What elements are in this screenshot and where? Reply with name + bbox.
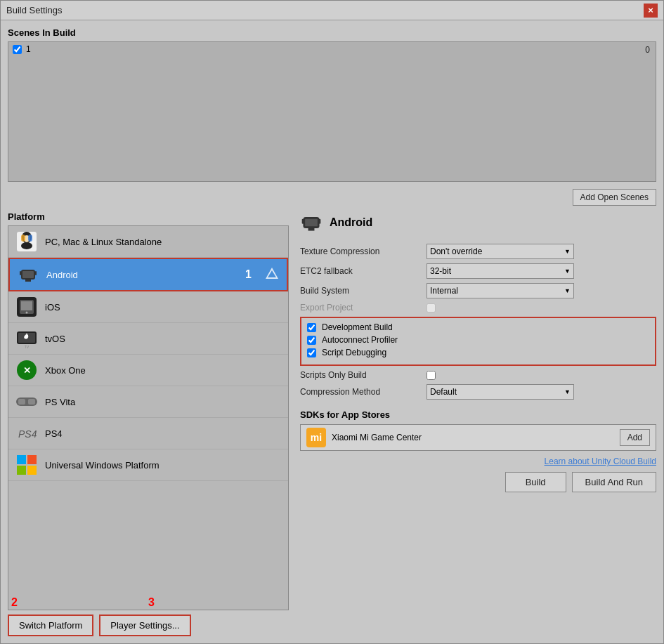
row-script-debugging: Script Debugging	[307, 348, 649, 357]
svg-rect-37	[308, 228, 315, 231]
title-bar: Build Settings ×	[1, 1, 663, 20]
platform-label-ios: iOS	[45, 302, 281, 313]
platform-item-uwp[interactable]: Universal Windows Platform	[8, 449, 288, 481]
label-texture-compression: Texture Compression	[300, 247, 427, 256]
platform-item-tvos[interactable]: TV tvOS	[8, 323, 288, 355]
build-button[interactable]: Build	[505, 472, 566, 492]
platform-item-xbox[interactable]: ✕ Xbox One	[8, 355, 288, 386]
add-open-scenes-row: Add Open Scenes	[8, 189, 656, 206]
label-etc2-fallback: ETC2 fallback	[300, 266, 427, 276]
svg-rect-39	[319, 219, 321, 224]
platform-label-psvita: PS Vita	[45, 397, 281, 407]
checkbox-development-build[interactable]	[307, 323, 316, 332]
row-build-system: Build System Internal Gradle	[300, 283, 656, 298]
platform-item-psvita[interactable]: PS Vita	[8, 386, 288, 418]
build-and-run-button[interactable]: Build And Run	[572, 472, 656, 492]
scenes-title: Scenes In Build	[8, 27, 656, 38]
player-settings-button[interactable]: Player Settings...	[99, 615, 190, 636]
row-texture-compression: Texture Compression Don't override ETC E…	[300, 244, 656, 259]
unity-logo-icon	[264, 266, 280, 284]
platform-label-uwp: Universal Windows Platform	[45, 460, 281, 471]
learn-unity-cloud-link[interactable]: Learn about Unity Cloud Build	[545, 456, 656, 466]
label-autoconnect-profiler: Autoconnect Profiler	[322, 335, 398, 345]
label-scripts-only-build: Scripts Only Build	[300, 370, 427, 380]
svg-text:PS4: PS4	[18, 428, 37, 440]
android-icon-list	[17, 263, 39, 286]
settings-platform-title: Android	[330, 216, 372, 229]
select-wrapper-compression: Default LZ4 LZ4HC	[427, 384, 574, 400]
label-compression: Compression Method	[300, 387, 427, 397]
svg-rect-19	[21, 301, 32, 310]
svg-rect-12	[25, 280, 31, 282]
badge-1: 1	[245, 268, 252, 281]
svg-rect-31	[17, 455, 26, 464]
platform-list[interactable]: PC, Mac & Linux Standalone	[8, 225, 289, 610]
tvos-icon: TV	[15, 327, 38, 350]
row-etc2-fallback: ETC2 fallback 32-bit 16-bit	[300, 263, 656, 279]
label-development-build: Development Build	[322, 322, 393, 332]
checkbox-export-project	[427, 303, 436, 313]
row-scripts-only-build: Scripts Only Build	[300, 370, 656, 380]
scenes-section: Scenes In Build 1 0	[8, 27, 656, 182]
dropdown-etc2-fallback[interactable]: 32-bit 16-bit	[427, 263, 574, 279]
dropdown-build-system[interactable]: Internal Gradle	[427, 283, 574, 298]
platform-panel: Platform	[8, 211, 289, 636]
dropdown-texture-compression[interactable]: Don't override ETC ETC2 ASTC	[427, 244, 574, 259]
main-area: Platform	[8, 211, 656, 636]
scene-index-0: 0	[645, 45, 650, 55]
svg-rect-29	[28, 399, 35, 405]
select-wrapper-etc2: 32-bit 16-bit	[427, 263, 574, 279]
platform-item-android[interactable]: Android 1	[8, 258, 288, 291]
platform-label-xbox: Xbox One	[45, 365, 281, 376]
platform-label-tvos: tvOS	[45, 334, 281, 344]
label-3: 3	[148, 596, 155, 609]
left-bottom-buttons: Switch Platform Player Settings...	[8, 615, 191, 636]
platform-item-pc[interactable]: PC, Mac & Linux Standalone	[8, 226, 288, 258]
build-settings-window: Build Settings × Scenes In Build 1 0 Add…	[0, 0, 664, 644]
checkbox-autoconnect-profiler[interactable]	[307, 336, 316, 345]
svg-text:TV: TV	[25, 345, 30, 349]
row-development-build: Development Build	[307, 322, 649, 332]
android-icon-header	[300, 211, 323, 234]
sdk-label-xiaomi: Xiaomi Mi Game Center	[332, 433, 614, 442]
checkbox-scripts-only-build[interactable]	[427, 371, 436, 380]
debug-section: Development Build Autoconnect Profiler S…	[300, 317, 656, 366]
label-export-project: Export Project	[300, 303, 427, 313]
xiaomi-icon: mi	[306, 428, 326, 447]
switch-platform-button[interactable]: Switch Platform	[8, 615, 93, 636]
platform-label-android: Android	[46, 270, 238, 280]
scene-checkbox-0[interactable]	[13, 45, 22, 54]
sdk-add-button-xiaomi[interactable]: Add	[620, 429, 650, 446]
platform-item-ios[interactable]: iOS	[8, 291, 288, 323]
psvita-icon	[15, 390, 38, 413]
window-title: Build Settings	[6, 5, 63, 15]
content-area: Scenes In Build 1 0 Add Open Scenes Plat…	[1, 20, 663, 643]
svg-rect-23	[27, 334, 27, 336]
add-open-scenes-button[interactable]: Add Open Scenes	[573, 189, 656, 206]
svg-rect-28	[18, 399, 25, 405]
svg-rect-38	[302, 219, 304, 224]
row-export-project: Export Project	[300, 303, 656, 313]
ps4-icon: PS4	[15, 422, 38, 445]
label-build-system: Build System	[300, 286, 427, 296]
android-header: Android	[300, 211, 656, 234]
dropdown-compression[interactable]: Default LZ4 LZ4HC	[427, 384, 574, 400]
platform-title: Platform	[8, 211, 289, 222]
svg-point-7	[21, 242, 32, 249]
select-wrapper-build-system: Internal Gradle	[427, 283, 574, 298]
uwp-icon	[15, 454, 38, 476]
platform-label-ps4: PS4	[45, 428, 281, 439]
sdk-row-xiaomi: mi Xiaomi Mi Game Center Add	[300, 424, 656, 451]
select-wrapper-texture: Don't override ETC ETC2 ASTC	[427, 244, 574, 259]
svg-rect-36	[305, 219, 318, 227]
ios-icon	[15, 296, 38, 318]
checkbox-script-debugging[interactable]	[307, 348, 316, 357]
close-button[interactable]: ×	[644, 4, 658, 18]
svg-rect-13	[20, 271, 21, 275]
platform-label-pc: PC, Mac & Linux Standalone	[45, 237, 281, 247]
svg-point-20	[26, 312, 28, 314]
row-autoconnect-profiler: Autoconnect Profiler	[307, 335, 649, 345]
build-buttons: Build Build And Run	[300, 472, 656, 492]
platform-item-ps4[interactable]: PS4 PS4	[8, 418, 288, 449]
learn-link-container: Learn about Unity Cloud Build	[300, 456, 656, 466]
